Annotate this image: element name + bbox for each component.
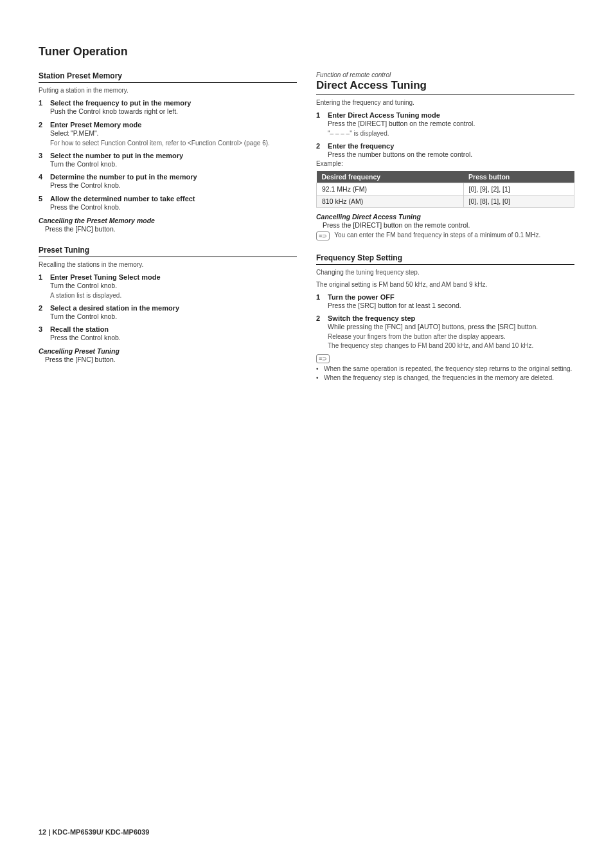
dat-step-1: 1 Enter Direct Access Tuning mode Press …	[316, 111, 574, 138]
fss-step-2: 2 Switch the frequency step While pressi…	[316, 314, 574, 350]
spm-step-2-number: 2	[39, 121, 48, 129]
pt-cancel-body: Press the [FNC] button.	[45, 356, 297, 363]
pt-step-3-number: 3	[39, 325, 48, 333]
page-footer: 12 | KDC-MP6539U/ KDC-MP6039	[39, 828, 149, 836]
example-label: Example:	[316, 160, 574, 167]
table-cell-am-freq: 810 kHz (AM)	[317, 195, 464, 207]
dat-step-1-body: Press the [DIRECT] button on the remote …	[328, 119, 574, 129]
pt-step-1: 1 Enter Preset Tuning Select mode Turn t…	[39, 273, 297, 300]
fss-step-1-header: Turn the power OFF	[328, 293, 395, 301]
spm-step-1: 1 Select the frequency to put in the mem…	[39, 99, 297, 117]
left-column: Station Preset Memory Putting a station …	[39, 71, 297, 394]
spm-cancel-header: Cancelling the Preset Memory mode	[39, 217, 297, 224]
preset-tuning-subtitle: Recalling the stations in the memory.	[39, 261, 297, 268]
dat-step-2: 2 Enter the frequency Press the number b…	[316, 142, 574, 167]
fss-bullet-1-text: When the same operation is repeated, the…	[324, 365, 572, 372]
frequency-step-setting-section: Frequency Step Setting Changing the tuni…	[316, 253, 574, 382]
spm-step-4-header: Determine the number to put in the memor…	[50, 173, 197, 181]
fss-step-1-number: 1	[316, 293, 325, 301]
dat-step-2-header: Enter the frequency	[328, 142, 394, 150]
pt-step-1-header: Enter Preset Tuning Select mode	[50, 273, 161, 281]
spm-step-5-header: Allow the determined number to take effe…	[50, 195, 195, 203]
pt-step-3: 3 Recall the station Press the Control k…	[39, 325, 297, 343]
table-row-am: 810 kHz (AM) [0], [8], [1], [0]	[317, 195, 574, 207]
pt-step-3-body: Press the Control knob.	[50, 333, 297, 343]
preset-tuning-section: Preset Tuning Recalling the stations in …	[39, 246, 297, 363]
fss-step-2-number: 2	[316, 314, 325, 322]
fss-subtitle1: Changing the tuning frequency step.	[316, 269, 574, 276]
fss-bullet-2: • When the frequency step is changed, th…	[316, 374, 574, 381]
station-preset-memory-subtitle: Putting a station in the memory.	[39, 87, 297, 94]
spm-step-4-body: Press the Control knob.	[50, 181, 297, 191]
pt-step-2-header: Select a desired station in the memory	[50, 304, 179, 312]
spm-step-5: 5 Allow the determined number to take ef…	[39, 195, 297, 213]
spm-step-1-body: Push the Control knob towards right or l…	[50, 107, 297, 117]
spm-step-1-number: 1	[39, 99, 48, 107]
spm-step-5-number: 5	[39, 195, 48, 203]
pt-step-1-body: Turn the Control knob.	[50, 281, 297, 291]
spm-cancel-body: Press the [FNC] button.	[45, 225, 297, 233]
bullet-dot-1: •	[316, 365, 321, 372]
dat-step-1-header: Enter Direct Access Tuning mode	[328, 111, 440, 119]
dat-note: ≡⊃ You can enter the FM band frequency i…	[316, 231, 574, 240]
station-preset-memory-title: Station Preset Memory	[39, 71, 297, 83]
frequency-step-setting-title: Frequency Step Setting	[316, 253, 574, 265]
spm-step-3-body: Turn the Control knob.	[50, 159, 297, 170]
fss-step-1: 1 Turn the power OFF Press the [SRC] but…	[316, 293, 574, 311]
fss-step-2-subtext1: Release your fingers from the button aft…	[328, 332, 574, 341]
note-icon-dat: ≡⊃	[316, 231, 330, 240]
bullet-dot-2: •	[316, 374, 321, 381]
dat-note-text: You can enter the FM band frequency in s…	[334, 231, 540, 239]
direct-access-tuning-title: Direct Access Tuning	[316, 79, 574, 92]
pt-step-2-number: 2	[39, 304, 48, 312]
preset-tuning-title: Preset Tuning	[39, 246, 297, 257]
spm-step-2-subtext: For how to select Function Control item,…	[50, 139, 297, 148]
divider-dat	[316, 95, 574, 95]
spm-step-3: 3 Select the number to put in the memory…	[39, 152, 297, 170]
spm-step-5-body: Press the Control knob.	[50, 203, 297, 213]
pt-cancel-header: Cancelling Preset Tuning	[39, 347, 297, 355]
direct-access-tuning-section: Function of remote control Direct Access…	[316, 71, 574, 240]
spm-step-3-number: 3	[39, 152, 48, 159]
dat-step-2-number: 2	[316, 142, 325, 150]
dat-step-2-body: Press the number buttons on the remote c…	[328, 150, 574, 160]
table-cell-am-btn: [0], [8], [1], [0]	[463, 195, 574, 207]
pt-step-2: 2 Select a desired station in the memory…	[39, 304, 297, 322]
dat-cancel-header: Cancelling Direct Access Tuning	[316, 213, 574, 221]
dat-step-1-number: 1	[316, 111, 325, 119]
table-row-fm: 92.1 MHz (FM) [0], [9], [2], [1]	[317, 183, 574, 195]
pt-step-1-subtext: A station list is displayed.	[50, 291, 297, 300]
spm-step-4: 4 Determine the number to put in the mem…	[39, 173, 297, 191]
frequency-table: Desired frequency Press button 92.1 MHz …	[316, 171, 574, 208]
pt-step-3-header: Recall the station	[50, 325, 109, 333]
table-header-frequency: Desired frequency	[317, 171, 464, 183]
direct-access-tuning-subtitle: Entering the frequency and tuning.	[316, 99, 574, 106]
page-title: Tuner Operation	[39, 45, 574, 59]
dat-cancel-body: Press the [DIRECT] button on the remote …	[323, 221, 574, 229]
fss-step-2-header: Switch the frequency step	[328, 314, 415, 322]
fss-bullet-1: • When the same operation is repeated, t…	[316, 365, 574, 372]
table-cell-fm-btn: [0], [9], [2], [1]	[463, 183, 574, 195]
fss-step-2-subtext2: The frequency step changes to FM band 20…	[328, 341, 574, 350]
pt-step-2-body: Turn the Control knob.	[50, 312, 297, 322]
spm-step-2: 2 Enter Preset Memory mode Select "P.MEM…	[39, 121, 297, 148]
spm-step-2-body: Select "P.MEM".	[50, 129, 297, 139]
dat-step-1-subtext: "– – – –" is displayed.	[328, 129, 574, 138]
table-header-button: Press button	[463, 171, 574, 183]
function-label: Function of remote control	[316, 71, 574, 78]
fss-note-icon-row: ≡⊃	[316, 354, 574, 363]
spm-step-4-number: 4	[39, 173, 48, 181]
spm-step-1-header: Select the frequency to put in the memor…	[50, 99, 191, 107]
table-cell-fm-freq: 92.1 MHz (FM)	[317, 183, 464, 195]
fss-subtitle2: The original setting is FM band 50 kHz, …	[316, 281, 574, 288]
pt-step-1-number: 1	[39, 273, 48, 281]
fss-step-1-body: Press the [SRC] button for at least 1 se…	[328, 301, 574, 311]
spm-step-3-header: Select the number to put in the memory	[50, 152, 183, 159]
fss-step-2-body: While pressing the [FNC] and [AUTO] butt…	[328, 322, 574, 332]
fss-bullet-2-text: When the frequency step is changed, the …	[324, 374, 554, 381]
right-column: Function of remote control Direct Access…	[316, 71, 574, 394]
spm-step-2-header: Enter Preset Memory mode	[50, 121, 141, 129]
station-preset-memory-section: Station Preset Memory Putting a station …	[39, 71, 297, 233]
note-icon-fss: ≡⊃	[316, 354, 330, 363]
